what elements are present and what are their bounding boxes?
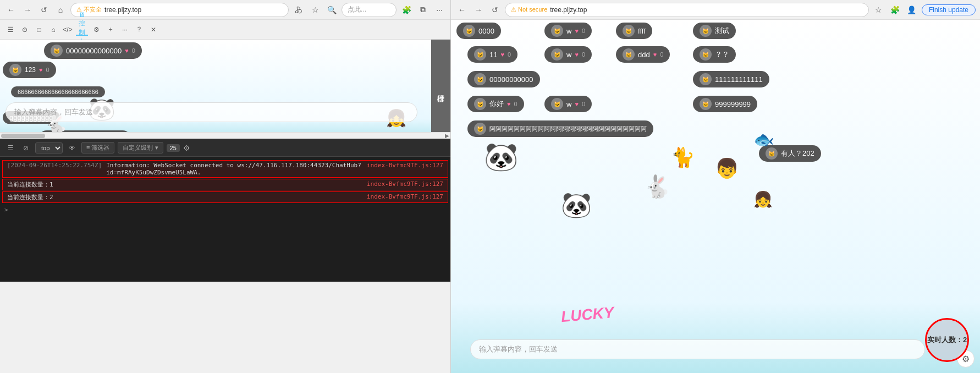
devtools-icon-7[interactable]: ⚙ [90,24,102,36]
right-input-placeholder: 输入弹幕内容，回车发送 [479,344,558,354]
right-sticker-panda: 🐼 [561,190,592,220]
devtools-help-icon[interactable]: ？ [133,24,145,36]
chat-bubble-1: 🐱 00000000000000 ♥ 0 [44,42,142,59]
devtools-block-icon[interactable]: ⊘ [20,142,32,154]
chat-bubble-2: 🐱 123 ♥ 0 [3,62,56,78]
log-source-2[interactable]: index-Bvfmc9TF.js:127 [367,180,443,188]
right-bookmark-button[interactable]: ☆ [872,3,885,17]
right-page: 🐱 0000 🐱 w ♥ 0 🐱 ffff 🐱 [451,20,980,373]
right-warning-icon: ⚠ Not secure [511,6,547,13]
right-bubble-0000: 🐱 0000 [456,23,501,39]
finish-update-button[interactable]: Finish update [922,4,976,15]
left-address-bar[interactable]: ⚠ 不安全 tree.pljzy.top [70,3,289,17]
left-page: 🐱 00000000000000 ♥ 0 🐱 123 ♥ 0 666666666… [0,40,450,139]
right-sticker-girl: 👧 [753,190,773,209]
devtools-more-icon[interactable]: ··· [119,24,131,36]
filter-button[interactable]: ≡ 筛选器 [81,142,114,153]
extensions-button[interactable]: 🧩 [400,3,413,17]
refresh-button[interactable]: ↺ [37,3,51,17]
left-browser: ← → ↺ ⌂ ⚠ 不安全 tree.pljzy.top あ ☆ 🔍 点此...… [0,0,451,373]
translate-button[interactable]: あ [292,3,305,17]
left-toolbar: ← → ↺ ⌂ ⚠ 不安全 tree.pljzy.top あ ☆ 🔍 点此...… [0,0,450,20]
right-chat-input[interactable]: 输入弹幕内容，回车发送 [470,339,925,359]
right-sticker-bear: 🐼 [484,141,518,173]
right-sticker-cat: 🐈 [671,146,695,169]
log-entry-1: [2024-09-26T14:25:22.754Z] Information: … [2,160,448,178]
log-count-badge: 25 [167,144,180,152]
devtools-icon-2[interactable]: ⊙ [19,24,31,36]
right-bubble-qq: 🐱 ？？ [693,46,736,63]
right-bubble-w2: 🐱 w ♥ 0 [544,46,592,63]
right-sticker-char: 👦 [715,157,739,180]
bubble-text-3: 666666666666666666666666 [18,89,98,95]
scroll-right-arrow[interactable]: ▶ [445,133,449,139]
left-second-toolbar: ☰ ⊙ □ ⌂ </> 🖥 控制台 ⚙ ＋ ··· ？ ✕ [0,20,450,40]
devtools-gear-button[interactable]: ⚙ [183,144,190,152]
right-bubble-w1: 🐱 w ♥ 0 [544,23,592,39]
right-refresh-button[interactable]: ↺ [488,3,502,17]
split-button[interactable]: ⧉ [416,3,430,17]
level-button[interactable]: 自定义级别 ▾ [118,142,163,153]
log-entry-2: 当前连接数量：1 index-Bvfmc9TF.js:127 [2,179,448,190]
left-chat-input[interactable]: 输入弹幕内容，回车发送 [5,102,417,122]
right-sticker-fish: 🐟 [753,130,774,149]
right-browser: ← → ↺ ⚠ Not secure tree.pljzy.top ☆ 🧩 👤 … [451,0,980,373]
right-forward-button[interactable]: → [472,3,485,17]
realtime-label: 实时人数：2 [927,335,967,345]
log-source-3[interactable]: index-Bvfmc9TF.js:127 [367,193,443,200]
right-profile-button[interactable]: 👤 [905,3,918,17]
right-toolbar: ← → ↺ ⚠ Not secure tree.pljzy.top ☆ 🧩 👤 … [451,0,980,20]
lucky-text: LUCKY [560,304,615,326]
ranking-sidebar[interactable]: 排行榜 [431,40,450,139]
right-page-wrapper: 🔍 ＋ 🐱 0000 🐱 w ♥ 0 [451,20,980,373]
console-prompt[interactable]: > [0,204,450,216]
back-button[interactable]: ← [4,3,18,17]
devtools-icon-4[interactable]: ⌂ [47,24,59,36]
devtools-close-icon[interactable]: ✕ [147,24,159,36]
right-address-bar[interactable]: ⚠ Not secure tree.pljzy.top [505,3,869,17]
right-bubble-nines: 🐱 999999999 [693,96,757,112]
devtools-add-icon[interactable]: ＋ [104,24,117,36]
bubble-text-1: 00000000000000 [66,47,122,55]
right-sticker-bunny: 🐇 [643,174,671,200]
right-address-text: tree.pljzy.top [550,6,587,14]
forward-button[interactable]: → [21,3,34,17]
search-placeholder: 点此... [348,5,366,14]
devtools-toolbar: ☰ ⊘ top 👁 ≡ 筛选器 自定义级别 ▾ 25 ⚙ [0,139,450,157]
right-bubble-zeros: 🐱 00000000000 [467,71,540,87]
right-bubble-nihao: 🐱 你好 ♥ 0 [467,96,524,112]
right-back-button[interactable]: ← [455,3,469,17]
devtools-panel: ☰ ⊘ top 👁 ≡ 筛选器 自定义级别 ▾ 25 ⚙ [2024-09-26… [0,139,450,282]
devtools-sidebar-toggle[interactable]: ☰ [4,142,16,154]
top-selector[interactable]: top [35,142,63,153]
devtools-icon-1[interactable]: ☰ [4,24,16,36]
devtools-icon-3[interactable]: □ [33,24,45,36]
left-input-placeholder: 输入弹幕内容，回车发送 [14,107,93,117]
devtools-eye-icon[interactable]: 👁 [66,142,78,154]
right-bubble-ones: 🐱 111111111111 [693,71,769,87]
right-bubble-11: 🐱 11 ♥ 0 [467,46,517,63]
left-scroll[interactable]: ▶ [0,132,450,139]
chat-bubble-3: 666666666666666666666666 [11,86,105,97]
right-bubble-a: 🐱 阿阿阿阿阿阿阿阿阿阿阿阿阿阿阿阿阿阿阿阿阿阿阿阿阿阿 [467,120,653,137]
console-tab[interactable]: 🖥 控制台 [76,24,88,36]
right-bubble-ddd: 🐱 ddd ♥ 0 [616,46,670,63]
left-address-text: tree.pljzy.top [104,6,141,14]
devtools-icon-5[interactable]: </> [62,24,74,36]
realtime-counter: 实时人数：2 [925,318,969,362]
right-bubble-w3: 🐱 w ♥ 0 [544,96,592,112]
log-entry-3: 当前连接数量：2 index-Bvfmc9TF.js:127 [2,191,448,203]
scroll-thumb[interactable] [1,134,45,138]
bubble-text-2: 123 [25,66,36,74]
search-button[interactable]: 🔍 [325,3,338,17]
home-button[interactable]: ⌂ [54,3,67,17]
bookmark-button[interactable]: ☆ [309,3,322,17]
right-extensions-button[interactable]: 🧩 [889,3,902,17]
more-button[interactable]: ··· [433,3,446,17]
devtools-log: [2024-09-26T14:25:22.754Z] Information: … [0,157,450,282]
right-bubble-ffff: 🐱 ffff [616,23,652,39]
avatar-1: 🐱 [51,45,63,57]
right-bubble-test: 🐱 测试 [693,23,736,39]
log-source-1[interactable]: index-Bvfmc9TF.js:127 [367,162,443,169]
